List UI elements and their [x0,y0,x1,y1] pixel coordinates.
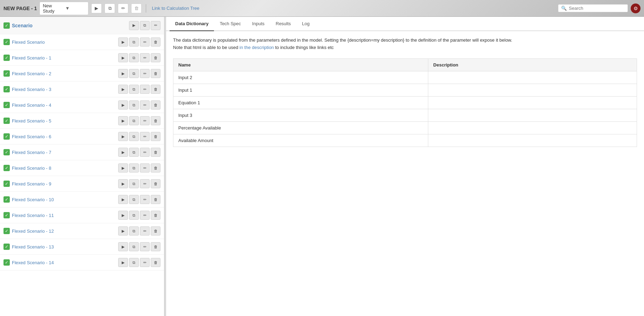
delete-button[interactable]: 🗑 [151,37,160,47]
delete-button[interactable]: 🗑 [151,148,160,157]
tab-log[interactable]: Log [296,17,315,31]
scenario-label[interactable]: Flexed Scenario - 5 [12,118,116,124]
search-container: 🔍 [558,4,628,12]
scenario-label[interactable]: Flexed Scenario - 7 [12,150,116,155]
study-name: New Study [43,3,63,14]
copy-button[interactable]: ⧉ [129,258,139,267]
delete-button[interactable]: 🗑 [151,132,160,141]
copy-button[interactable]: ⧉ [129,179,139,188]
copy-button[interactable]: ⧉ [129,37,139,47]
edit-button[interactable]: ✏ [140,148,150,157]
copy-button[interactable]: ⧉ [129,132,139,141]
edit-button[interactable]: ✏ [140,69,150,78]
copy-button[interactable]: ⧉ [129,69,139,78]
settings-icon[interactable]: ⚙ [631,3,641,13]
play-button[interactable]: ▶ [118,242,128,251]
header-edit-button[interactable]: ✏ [151,21,160,30]
scenario-label[interactable]: Flexed Scenario - 13 [12,244,116,250]
play-button[interactable]: ▶ [118,132,128,141]
play-button[interactable]: ▶ [118,163,128,173]
row-description [428,96,637,109]
tab-tech-spec[interactable]: Tech Spec [214,17,246,31]
play-button[interactable]: ▶ [118,85,128,94]
delete-button[interactable]: 🗑 [151,116,160,125]
edit-button[interactable]: ✏ [140,211,150,220]
copy-button[interactable]: ⧉ [105,3,115,13]
copy-button[interactable]: ⧉ [129,226,139,236]
search-input[interactable] [569,6,625,11]
play-button[interactable]: ▶ [118,37,128,47]
checked-icon: ✓ [3,259,10,266]
scenario-label[interactable]: Flexed Scenario - 9 [12,181,116,187]
table-row: Percentage Available [173,121,637,134]
delete-icon: 🗑 [154,245,158,249]
scenario-label[interactable]: Flexed Scenario - 4 [12,103,116,108]
scenario-label[interactable]: Flexed Scenario - 8 [12,166,116,171]
play-button[interactable]: ▶ [118,258,128,267]
play-button[interactable]: ▶ [118,148,128,157]
play-button[interactable]: ▶ [118,116,128,125]
edit-button[interactable]: ✏ [140,132,150,141]
play-button[interactable]: ▶ [118,69,128,78]
scenario-label[interactable]: Flexed Scenario - 2 [12,71,116,76]
delete-button[interactable]: 🗑 [151,211,160,220]
edit-button[interactable]: ✏ [140,163,150,173]
delete-button[interactable]: 🗑 [151,53,160,62]
copy-button[interactable]: ⧉ [129,85,139,94]
delete-button[interactable]: 🗑 [151,179,160,188]
copy-button[interactable]: ⧉ [129,195,139,204]
tab-data-dictionary[interactable]: Data Dictionary [170,17,214,31]
study-dropdown[interactable]: New Study ▼ [40,2,88,15]
calc-tree-link[interactable]: Link to Calculation Tree [152,6,199,11]
scenario-label[interactable]: Flexed Scenario - 10 [12,197,116,202]
edit-button[interactable]: ✏ [140,179,150,188]
edit-button[interactable]: ✏ [140,85,150,94]
play-button[interactable]: ▶ [118,179,128,188]
play-button[interactable]: ▶ [118,53,128,62]
sidebar-header-label[interactable]: Scenario [12,23,127,28]
delete-button[interactable]: 🗑 [151,258,160,267]
scenario-label[interactable]: Flexed Scenario - 14 [12,260,116,265]
edit-button[interactable]: ✏ [140,53,150,62]
edit-button[interactable]: ✏ [140,195,150,204]
edit-button[interactable]: ✏ [140,226,150,236]
edit-button[interactable]: ✏ [140,37,150,47]
tab-inputs[interactable]: Inputs [246,17,270,31]
delete-button[interactable]: 🗑 [151,242,160,251]
delete-button[interactable]: 🗑 [151,163,160,173]
copy-button[interactable]: ⧉ [129,242,139,251]
tab-results[interactable]: Results [270,17,296,31]
edit-button[interactable]: ✏ [140,116,150,125]
play-button[interactable]: ▶ [118,211,128,220]
delete-button[interactable]: 🗑 [151,69,160,78]
scenario-label[interactable]: Flexed Scenario [12,40,116,45]
copy-button[interactable]: ⧉ [129,53,139,62]
delete-button[interactable]: 🗑 [151,100,160,110]
header-play-button[interactable]: ▶ [129,21,139,30]
edit-button[interactable]: ✏ [140,242,150,251]
play-button[interactable]: ▶ [91,3,102,13]
scenario-label[interactable]: Flexed Scenario - 3 [12,87,116,92]
delete-button[interactable]: 🗑 [151,85,160,94]
delete-button[interactable]: 🗑 [131,3,142,13]
row-name: Available Amount [173,134,428,147]
edit-button[interactable]: ✏ [140,258,150,267]
copy-button[interactable]: ⧉ [129,100,139,110]
delete-button[interactable]: 🗑 [151,226,160,236]
copy-button[interactable]: ⧉ [129,211,139,220]
copy-button[interactable]: ⧉ [129,116,139,125]
play-button[interactable]: ▶ [118,100,128,110]
scenario-label[interactable]: Flexed Scenario - 12 [12,229,116,234]
play-button[interactable]: ▶ [118,195,128,204]
header-copy-button[interactable]: ⧉ [140,21,150,30]
edit-button[interactable]: ✏ [140,100,150,110]
scenario-label[interactable]: Flexed Scenario - 11 [12,213,116,218]
edit-button[interactable]: ✏ [118,3,128,13]
scenario-label[interactable]: Flexed Scenario - 6 [12,134,116,139]
edit-icon: ✏ [143,245,146,249]
copy-button[interactable]: ⧉ [129,148,139,157]
scenario-label[interactable]: Flexed Scenario - 1 [12,55,116,61]
copy-button[interactable]: ⧉ [129,163,139,173]
delete-button[interactable]: 🗑 [151,195,160,204]
play-button[interactable]: ▶ [118,226,128,236]
